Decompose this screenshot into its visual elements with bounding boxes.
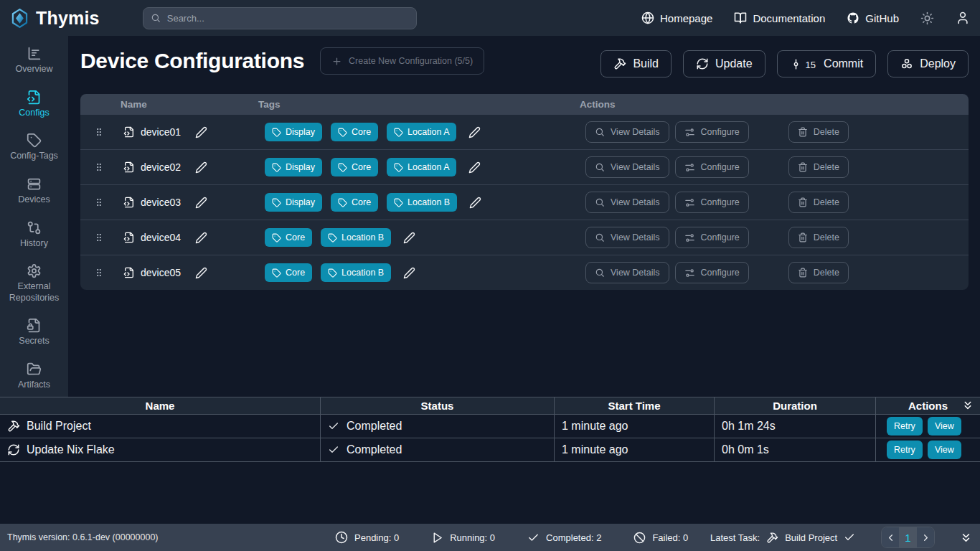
config-name: device02 — [141, 161, 181, 173]
boxes-icon — [900, 57, 913, 70]
tag-button[interactable]: Core — [265, 263, 312, 282]
nav-link-github[interactable]: GitHub — [847, 11, 899, 24]
view-task-button[interactable]: View — [928, 417, 961, 435]
nav-link-homepage[interactable]: Homepage — [641, 11, 712, 24]
plus-icon — [331, 56, 342, 67]
sidebar-item-history[interactable]: History — [2, 220, 67, 250]
view-task-button[interactable]: View — [928, 441, 961, 459]
configure-button[interactable]: Configure — [675, 121, 749, 143]
pencil-icon — [195, 126, 207, 138]
configure-button[interactable]: Configure — [675, 192, 749, 213]
rename-config-button[interactable] — [195, 161, 207, 174]
hammer-icon — [766, 532, 778, 544]
sidebar-item-config-tags[interactable]: Config-Tags — [2, 133, 67, 162]
tag-button[interactable]: Core — [331, 193, 378, 212]
collapse-status-bar-button[interactable] — [959, 531, 973, 545]
search-icon — [595, 127, 605, 137]
tag-button[interactable]: Location B — [321, 228, 391, 247]
current-page-button[interactable]: 1 — [899, 527, 917, 547]
next-page-button[interactable] — [917, 527, 934, 547]
tag-icon — [338, 128, 347, 137]
tag-button[interactable]: Location A — [387, 158, 456, 176]
delete-button[interactable]: Delete — [788, 262, 849, 283]
retry-task-button[interactable]: Retry — [887, 441, 923, 459]
create-configuration-button[interactable]: Create New Configuration (5/5) — [320, 47, 484, 75]
file-code-icon — [123, 197, 135, 208]
nav-link-documentation[interactable]: Documentation — [734, 11, 825, 24]
build-button[interactable]: Build — [600, 50, 672, 77]
drag-handle-icon[interactable] — [94, 161, 104, 173]
configure-button[interactable]: Configure — [675, 227, 749, 248]
sun-icon — [920, 11, 934, 25]
page-title: Device Configurations — [80, 49, 304, 73]
previous-page-button[interactable] — [882, 527, 899, 547]
tag-button[interactable]: Location B — [387, 193, 457, 212]
tag-button[interactable]: Display — [265, 123, 322, 141]
sidebar-item-external-repositories[interactable]: External Repositories — [2, 263, 67, 303]
status-bar: Thymis version: 0.6.1-dev (00000000) Pen… — [0, 522, 980, 551]
tag-button[interactable]: Display — [265, 193, 322, 212]
sidebar-item-configs[interactable]: Configs — [2, 90, 67, 119]
stat-running: Running: 0 — [431, 532, 495, 544]
deploy-button[interactable]: Deploy — [887, 50, 969, 77]
server-icon — [27, 176, 42, 192]
thymis-logo-icon — [10, 9, 29, 28]
clock-icon — [335, 531, 348, 544]
pencil-icon — [469, 197, 481, 209]
tag-icon — [272, 233, 281, 242]
delete-button[interactable]: Delete — [788, 227, 849, 248]
view-details-button[interactable]: View Details — [585, 262, 669, 283]
view-details-button[interactable]: View Details — [585, 121, 669, 143]
view-details-button[interactable]: View Details — [585, 156, 669, 178]
sliders-icon — [684, 162, 695, 173]
view-details-button[interactable]: View Details — [585, 192, 669, 213]
update-button[interactable]: Update — [683, 50, 765, 77]
tag-button[interactable]: Location B — [321, 263, 391, 282]
chevron-right-icon — [920, 532, 931, 543]
rename-config-button[interactable] — [195, 126, 207, 138]
search-input[interactable] — [143, 7, 417, 29]
search-icon — [151, 13, 161, 23]
rename-config-button[interactable] — [195, 267, 207, 279]
drag-handle-icon[interactable] — [94, 232, 104, 243]
tag-button[interactable]: Location A — [387, 123, 456, 141]
delete-button[interactable]: Delete — [788, 192, 849, 213]
global-actions-toolbar: Build Update 15 Commit Deploy — [600, 50, 969, 77]
edit-tags-button[interactable] — [403, 232, 415, 244]
delete-button[interactable]: Delete — [788, 121, 849, 143]
commit-button[interactable]: 15 Commit — [777, 50, 877, 77]
drag-handle-icon[interactable] — [94, 267, 104, 278]
configure-button[interactable]: Configure — [675, 262, 749, 283]
brand[interactable]: Thymis — [10, 8, 100, 29]
sidebar-item-secrets[interactable]: Secrets — [2, 318, 67, 347]
configure-button[interactable]: Configure — [675, 156, 749, 178]
edit-tags-button[interactable] — [469, 197, 481, 209]
trash-icon — [798, 162, 808, 172]
drag-handle-icon[interactable] — [94, 126, 104, 138]
view-details-button[interactable]: View Details — [585, 227, 669, 248]
edit-tags-button[interactable] — [468, 126, 481, 138]
edit-tags-button[interactable] — [403, 267, 415, 279]
collapse-task-panel-button[interactable] — [961, 399, 974, 412]
delete-button[interactable]: Delete — [788, 156, 849, 178]
sliders-icon — [684, 127, 695, 138]
tag-button[interactable]: Core — [331, 158, 378, 176]
sidebar-item-overview[interactable]: Overview — [2, 46, 67, 75]
theme-toggle-button[interactable] — [920, 11, 934, 25]
tag-button[interactable]: Display — [265, 158, 322, 176]
search-icon — [595, 268, 605, 278]
rename-config-button[interactable] — [195, 197, 207, 209]
gear-icon — [27, 263, 42, 278]
tag-button[interactable]: Core — [331, 123, 378, 141]
tag-button[interactable]: Core — [265, 228, 312, 247]
version-text: Thymis version: 0.6.1-dev (00000000) — [7, 532, 159, 542]
stat-pending: Pending: 0 — [335, 531, 399, 544]
sidebar-item-devices[interactable]: Devices — [2, 176, 67, 206]
file-code-icon — [123, 161, 135, 173]
retry-task-button[interactable]: Retry — [887, 417, 923, 435]
edit-tags-button[interactable] — [468, 161, 481, 174]
user-menu-button[interactable] — [956, 11, 970, 25]
rename-config-button[interactable] — [195, 232, 207, 244]
sidebar-item-artifacts[interactable]: Artifacts — [2, 362, 67, 391]
drag-handle-icon[interactable] — [94, 197, 104, 208]
